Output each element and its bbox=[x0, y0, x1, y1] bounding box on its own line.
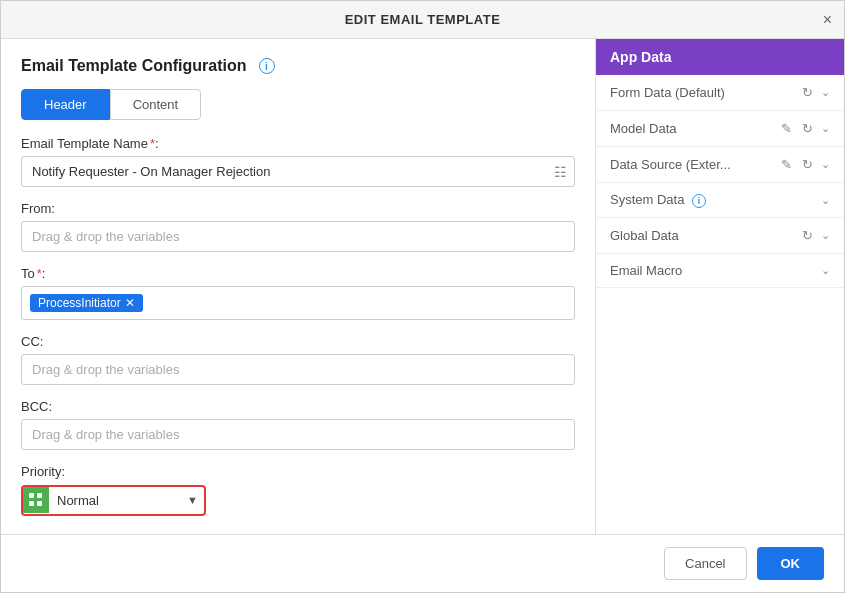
left-panel: Email Template Configuration i Header Co… bbox=[1, 39, 596, 534]
page-title-text: Email Template Configuration bbox=[21, 57, 247, 75]
right-item-form-data-label: Form Data (Default) bbox=[610, 85, 800, 100]
priority-chevron-icon: ▼ bbox=[181, 494, 204, 506]
right-item-global-data-label: Global Data bbox=[610, 228, 800, 243]
modal-body: Email Template Configuration i Header Co… bbox=[1, 39, 844, 534]
right-item-data-source-icons: ✎ ↻ ⌄ bbox=[779, 156, 830, 173]
modal-title-bar: EDIT EMAIL TEMPLATE × bbox=[1, 1, 844, 39]
to-label: To*: bbox=[21, 266, 575, 281]
data-source-refresh-icon[interactable]: ↻ bbox=[800, 156, 815, 173]
cc-label: CC: bbox=[21, 334, 575, 349]
data-source-chevron-icon: ⌄ bbox=[821, 158, 830, 171]
right-item-global-data[interactable]: Global Data ↻ ⌄ bbox=[596, 218, 844, 254]
to-group: To*: ProcessInitiator ✕ bbox=[21, 266, 575, 320]
right-item-email-macro[interactable]: Email Macro ⌄ bbox=[596, 254, 844, 288]
template-name-icon[interactable]: ☷ bbox=[554, 164, 567, 180]
name-required: * bbox=[150, 136, 155, 151]
cc-group: CC: bbox=[21, 334, 575, 385]
tab-content[interactable]: Content bbox=[110, 89, 202, 120]
right-item-system-data-icons: ⌄ bbox=[821, 194, 830, 207]
to-tag-close[interactable]: ✕ bbox=[125, 297, 135, 309]
to-tag-label: ProcessInitiator bbox=[38, 296, 121, 310]
template-name-input-wrapper: ☷ bbox=[21, 156, 575, 187]
model-data-edit-icon[interactable]: ✎ bbox=[779, 120, 794, 137]
right-item-model-data[interactable]: Model Data ✎ ↻ ⌄ bbox=[596, 111, 844, 147]
data-source-edit-icon[interactable]: ✎ bbox=[779, 156, 794, 173]
to-tag-input[interactable]: ProcessInitiator ✕ bbox=[21, 286, 575, 320]
priority-label: Priority: bbox=[21, 464, 575, 479]
right-item-email-macro-label: Email Macro bbox=[610, 263, 821, 278]
model-data-refresh-icon[interactable]: ↻ bbox=[800, 120, 815, 137]
close-button[interactable]: × bbox=[823, 12, 832, 28]
form-data-chevron-icon: ⌄ bbox=[821, 86, 830, 99]
cc-input[interactable] bbox=[21, 354, 575, 385]
form-data-refresh-icon[interactable]: ↻ bbox=[800, 84, 815, 101]
right-item-form-data-icons: ↻ ⌄ bbox=[800, 84, 830, 101]
bcc-label: BCC: bbox=[21, 399, 575, 414]
app-data-items: Form Data (Default) ↻ ⌄ Model Data ✎ ↻ ⌄ bbox=[596, 75, 844, 534]
tab-group: Header Content bbox=[21, 89, 575, 120]
modal-footer: Cancel OK bbox=[1, 534, 844, 592]
priority-dots-icon bbox=[29, 493, 43, 507]
from-group: From: bbox=[21, 201, 575, 252]
priority-dot-3 bbox=[29, 501, 34, 506]
priority-select-wrapper: Normal High Low ▼ bbox=[21, 485, 206, 516]
right-panel: App Data Form Data (Default) ↻ ⌄ Model D… bbox=[596, 39, 844, 534]
template-name-label: Email Template Name*: bbox=[21, 136, 575, 151]
priority-icon bbox=[23, 487, 49, 513]
priority-dot-2 bbox=[37, 493, 42, 498]
model-data-chevron-icon: ⌄ bbox=[821, 122, 830, 135]
system-data-chevron-icon: ⌄ bbox=[821, 194, 830, 207]
priority-select[interactable]: Normal High Low bbox=[49, 487, 181, 514]
to-tag: ProcessInitiator ✕ bbox=[30, 294, 143, 312]
right-item-global-data-icons: ↻ ⌄ bbox=[800, 227, 830, 244]
right-item-email-macro-icons: ⌄ bbox=[821, 264, 830, 277]
from-label: From: bbox=[21, 201, 575, 216]
section-info-icon: i bbox=[259, 58, 275, 74]
template-name-group: Email Template Name*: ☷ bbox=[21, 136, 575, 187]
ok-button[interactable]: OK bbox=[757, 547, 825, 580]
bcc-group: BCC: bbox=[21, 399, 575, 450]
priority-group: Priority: Normal High bbox=[21, 464, 575, 516]
tab-header[interactable]: Header bbox=[21, 89, 110, 120]
priority-dot-4 bbox=[37, 501, 42, 506]
priority-dot-1 bbox=[29, 493, 34, 498]
right-item-model-data-label: Model Data bbox=[610, 121, 779, 136]
bcc-input[interactable] bbox=[21, 419, 575, 450]
template-name-input[interactable] bbox=[21, 156, 575, 187]
page-title: Email Template Configuration i bbox=[21, 57, 575, 75]
modal-overlay: EDIT EMAIL TEMPLATE × Email Template Con… bbox=[0, 0, 845, 593]
right-item-data-source[interactable]: Data Source (Exter... ✎ ↻ ⌄ bbox=[596, 147, 844, 183]
right-item-system-data[interactable]: System Data i ⌄ bbox=[596, 183, 844, 218]
from-input[interactable] bbox=[21, 221, 575, 252]
global-data-chevron-icon: ⌄ bbox=[821, 229, 830, 242]
cancel-button[interactable]: Cancel bbox=[664, 547, 746, 580]
email-macro-chevron-icon: ⌄ bbox=[821, 264, 830, 277]
right-item-form-data[interactable]: Form Data (Default) ↻ ⌄ bbox=[596, 75, 844, 111]
app-data-header: App Data bbox=[596, 39, 844, 75]
global-data-refresh-icon[interactable]: ↻ bbox=[800, 227, 815, 244]
system-data-info-icon: i bbox=[692, 194, 706, 208]
right-item-data-source-label: Data Source (Exter... bbox=[610, 157, 779, 172]
edit-email-template-modal: EDIT EMAIL TEMPLATE × Email Template Con… bbox=[0, 0, 845, 593]
right-item-system-data-label: System Data i bbox=[610, 192, 821, 208]
right-item-model-data-icons: ✎ ↻ ⌄ bbox=[779, 120, 830, 137]
to-required: * bbox=[37, 266, 42, 281]
modal-title: EDIT EMAIL TEMPLATE bbox=[345, 12, 501, 27]
